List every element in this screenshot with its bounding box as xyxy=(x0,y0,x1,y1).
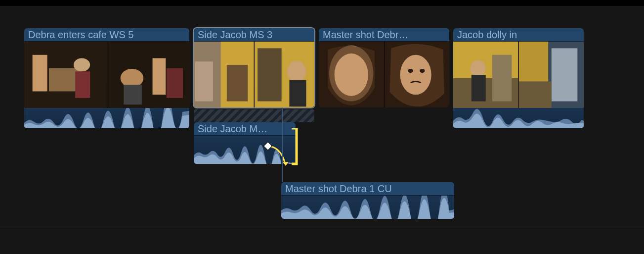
svg-rect-30 xyxy=(472,75,486,102)
timeline-clip-selected[interactable]: Side Jacob MS 3 xyxy=(194,28,314,107)
clip-thumbnails xyxy=(319,42,449,107)
detached-audio-clip[interactable]: Side Jacob M… xyxy=(194,122,296,164)
svg-point-6 xyxy=(120,69,143,88)
svg-point-29 xyxy=(470,60,486,76)
timeline-clip[interactable]: Debra enters cafe WS 5 xyxy=(24,28,189,128)
svg-rect-12 xyxy=(195,61,213,101)
clip-audio-waveform xyxy=(24,108,189,128)
clip-thumbnail xyxy=(24,42,107,108)
svg-rect-1 xyxy=(33,55,47,92)
clip-audio-waveform xyxy=(281,196,454,219)
clip-thumbnail xyxy=(254,42,315,107)
clip-thumbnail xyxy=(319,42,384,107)
clip-audio-waveform xyxy=(194,136,296,164)
svg-point-24 xyxy=(400,55,431,95)
svg-rect-35 xyxy=(519,81,552,108)
timeline-canvas: Debra enters cafe WS 5 Side Jacob MS 3 S… xyxy=(0,0,644,254)
timeline-clip[interactable]: Master shot Debr… xyxy=(319,28,449,107)
clip-thumbnails xyxy=(24,42,189,108)
clip-title: Jacob dolly in xyxy=(453,28,584,42)
clip-title: Master shot Debra 1 CU xyxy=(281,182,454,196)
clip-thumbnail xyxy=(518,42,584,108)
svg-point-25 xyxy=(408,69,413,73)
svg-point-22 xyxy=(335,53,368,96)
clip-title: Side Jacob MS 3 xyxy=(194,28,314,42)
svg-point-3 xyxy=(74,58,90,72)
svg-point-16 xyxy=(287,61,306,82)
svg-rect-13 xyxy=(227,65,248,102)
svg-rect-4 xyxy=(75,71,90,98)
window-topbar xyxy=(0,0,644,6)
timeline-divider xyxy=(0,226,644,226)
clip-thumbnails xyxy=(194,42,314,107)
timeline-clip[interactable]: Jacob dolly in xyxy=(453,28,584,128)
svg-rect-15 xyxy=(258,48,282,101)
clip-thumbnail xyxy=(107,42,190,108)
svg-point-26 xyxy=(420,69,425,73)
clip-thumbnail xyxy=(384,42,450,107)
svg-rect-9 xyxy=(166,68,182,98)
clip-thumbnails xyxy=(453,42,584,108)
svg-rect-34 xyxy=(551,48,577,101)
svg-rect-31 xyxy=(492,55,512,102)
connected-clip-line xyxy=(282,108,283,182)
detached-audio-gap xyxy=(194,109,314,122)
clip-title: Master shot Debr… xyxy=(319,28,449,42)
clip-thumbnail xyxy=(453,42,518,108)
clip-title: Debra enters cafe WS 5 xyxy=(24,28,189,42)
clip-audio-waveform xyxy=(453,108,584,128)
connected-audio-clip[interactable]: Master shot Debra 1 CU xyxy=(281,182,454,219)
svg-rect-7 xyxy=(124,85,142,104)
svg-rect-8 xyxy=(152,58,166,95)
svg-rect-17 xyxy=(289,80,306,107)
clip-thumbnail xyxy=(194,42,254,107)
clip-title: Side Jacob M… xyxy=(194,122,296,136)
